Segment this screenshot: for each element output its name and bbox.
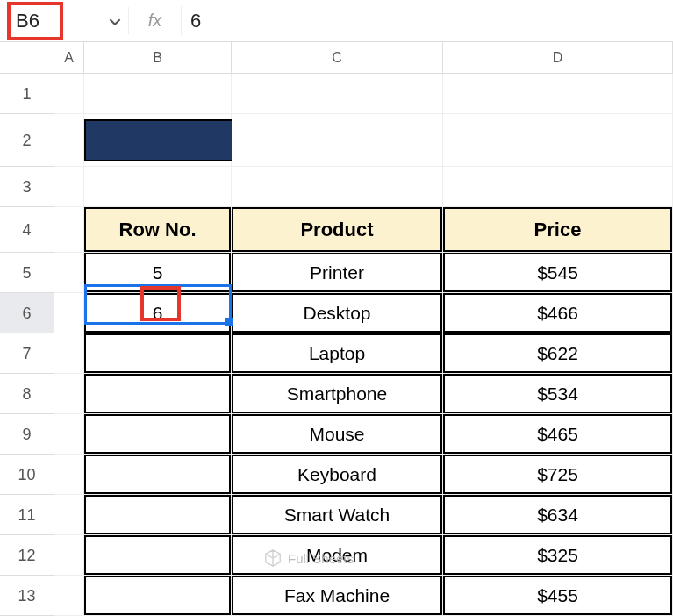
table-cell — [84, 455, 231, 494]
cell-A5[interactable] — [54, 253, 84, 293]
cell-D1[interactable] — [443, 74, 673, 114]
cell-B7[interactable] — [84, 333, 232, 374]
cell-C13[interactable]: Fax Machine — [232, 576, 443, 616]
cell-B6[interactable]: 6 — [84, 293, 232, 333]
cell-A4[interactable] — [54, 207, 84, 253]
cell-A7[interactable] — [54, 333, 84, 374]
cell-D2[interactable] — [443, 114, 673, 167]
table-cell: $466 — [443, 293, 672, 333]
cell-C10[interactable]: Keyboard — [232, 455, 443, 495]
cell-C5[interactable]: Printer — [232, 253, 443, 293]
cell-B8[interactable] — [84, 374, 232, 414]
cell-A3[interactable] — [54, 167, 84, 207]
table-cell: Smart Watch — [232, 495, 442, 534]
watermark-text: Full Sheets — [288, 551, 354, 566]
cell-B1[interactable] — [84, 74, 232, 114]
table-cell: $465 — [443, 414, 672, 454]
row-header-4[interactable]: 4 — [0, 207, 54, 253]
cell-B4[interactable]: Row No. — [84, 207, 232, 253]
row-header-3[interactable]: 3 — [0, 167, 54, 207]
cell-B11[interactable] — [84, 495, 232, 535]
cell-D6[interactable]: $466 — [443, 293, 673, 333]
table-cell — [84, 333, 231, 373]
cell-D4[interactable]: Price — [443, 207, 673, 253]
row-header-11[interactable]: 11 — [0, 495, 54, 535]
cell-D12[interactable]: $325 — [443, 535, 673, 576]
cell-C9[interactable]: Mouse — [232, 414, 443, 455]
cell-D10[interactable]: $725 — [443, 455, 673, 495]
table-header-d: Price — [443, 207, 672, 252]
cell-A1[interactable] — [54, 74, 84, 114]
row-header-5[interactable]: 5 — [0, 253, 54, 293]
table-cell — [84, 414, 231, 454]
cell-C6[interactable]: Desktop — [232, 293, 443, 333]
cell-A8[interactable] — [54, 374, 84, 414]
col-header-A[interactable]: A — [54, 42, 84, 74]
cell-B13[interactable] — [84, 576, 232, 616]
table-cell: Desktop — [232, 293, 442, 333]
chevron-down-icon — [109, 16, 121, 28]
row-header-7[interactable]: 7 — [0, 333, 54, 374]
table-cell — [84, 576, 231, 615]
cell-C8[interactable]: Smartphone — [232, 374, 443, 414]
cell-C3[interactable] — [232, 167, 443, 207]
cell-B12[interactable] — [84, 535, 232, 576]
table-cell: Fax Machine — [232, 576, 442, 615]
row-header-1[interactable]: 1 — [0, 74, 54, 114]
cell-D11[interactable]: $634 — [443, 495, 673, 535]
row-header-12[interactable]: 12 — [0, 535, 54, 576]
table-cell: 6 — [84, 293, 231, 333]
col-header-B[interactable]: B — [84, 42, 232, 74]
cell-B5[interactable]: 5 — [84, 253, 232, 293]
cell-C2[interactable] — [232, 114, 443, 167]
cell-B2[interactable]: Applying Fill Handle Tool — [84, 114, 232, 167]
table-cell: $455 — [443, 576, 672, 615]
cell-C7[interactable]: Laptop — [232, 333, 443, 374]
table-cell: $725 — [443, 455, 672, 494]
cell-A9[interactable] — [54, 414, 84, 455]
cell-D9[interactable]: $465 — [443, 414, 673, 455]
cube-icon — [263, 548, 283, 568]
cell-B10[interactable] — [84, 455, 232, 495]
table-cell: $622 — [443, 333, 672, 373]
name-box-dropdown[interactable] — [68, 13, 121, 27]
col-header-D[interactable]: D — [443, 42, 673, 74]
cell-D5[interactable]: $545 — [443, 253, 673, 293]
cell-A10[interactable] — [54, 455, 84, 495]
table-header-b: Row No. — [84, 207, 231, 252]
cell-A2[interactable] — [54, 114, 84, 167]
table-cell: Mouse — [232, 414, 442, 454]
table-cell: Smartphone — [232, 374, 442, 413]
cell-B9[interactable] — [84, 414, 232, 455]
select-all-corner[interactable] — [0, 42, 54, 74]
cell-A13[interactable] — [54, 576, 84, 616]
name-box-highlight: B6 — [7, 2, 63, 40]
col-header-C[interactable]: C — [232, 42, 443, 74]
row-header-13[interactable]: 13 — [0, 576, 54, 616]
cell-D3[interactable] — [443, 167, 673, 207]
row-header-9[interactable]: 9 — [0, 414, 54, 455]
row-header-10[interactable]: 10 — [0, 455, 54, 495]
cell-D7[interactable]: $622 — [443, 333, 673, 374]
row-header-2[interactable]: 2 — [0, 114, 54, 167]
cell-A11[interactable] — [54, 495, 84, 535]
cell-C4[interactable]: Product — [232, 207, 443, 253]
row-header-6[interactable]: 6 — [0, 293, 54, 333]
table-cell: $634 — [443, 495, 672, 534]
cell-D8[interactable]: $534 — [443, 374, 673, 414]
fx-label: fx — [128, 7, 181, 34]
table-header-c: Product — [232, 207, 442, 252]
cell-B3[interactable] — [84, 167, 232, 207]
table-cell: $325 — [443, 535, 672, 575]
name-box[interactable]: B6 — [11, 5, 60, 37]
table-cell — [84, 374, 231, 413]
cell-A6[interactable] — [54, 293, 84, 333]
table-cell: $534 — [443, 374, 672, 413]
cell-C11[interactable]: Smart Watch — [232, 495, 443, 535]
cell-C1[interactable] — [232, 74, 443, 114]
cell-A12[interactable] — [54, 535, 84, 576]
formula-input[interactable] — [181, 6, 673, 36]
table-cell: Keyboard — [232, 455, 442, 494]
cell-D13[interactable]: $455 — [443, 576, 673, 616]
row-header-8[interactable]: 8 — [0, 374, 54, 414]
